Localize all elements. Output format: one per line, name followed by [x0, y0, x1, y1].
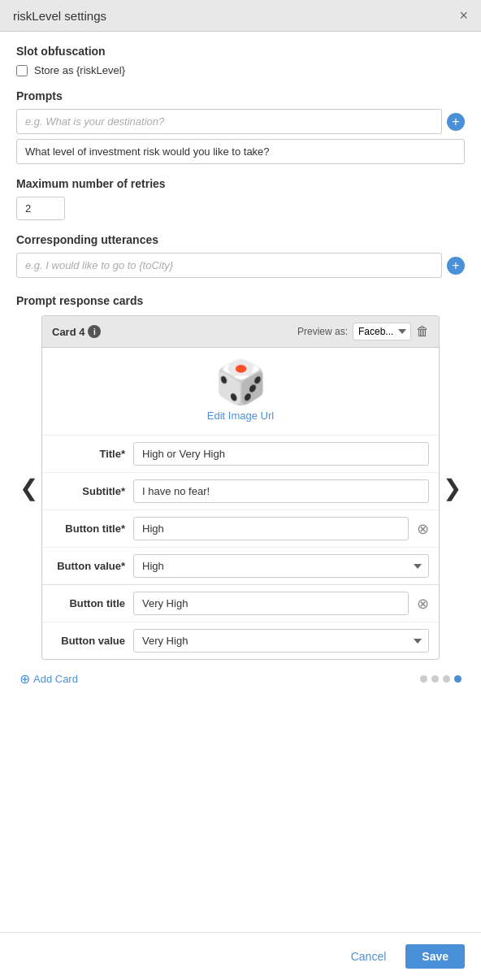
- modal-header: riskLevel settings ×: [0, 0, 481, 32]
- dot-1: [420, 675, 427, 683]
- preview-label: Preview as:: [297, 326, 348, 337]
- card-image-area: 🎲 Edit Image Url: [42, 348, 439, 436]
- card-container: ❮ Card 4 i Preview as: Faceb...: [16, 315, 465, 660]
- button2-value-label: Button value: [52, 635, 125, 647]
- add-card-icon: ⊕: [20, 671, 30, 687]
- prompts-placeholder-row: +: [16, 109, 465, 134]
- slot-obfuscation-label: Slot obfuscation: [16, 45, 465, 58]
- preview-area: Preview as: Faceb... Slack Twilio 🗑: [297, 323, 429, 340]
- store-as-checkbox-row: Store as {riskLevel}: [16, 64, 465, 76]
- card-title-text: Card 4: [52, 326, 84, 338]
- modal-title: riskLevel settings: [13, 9, 106, 23]
- prompts-section: Prompts +: [16, 89, 465, 164]
- card-title-area: Card 4 i: [52, 325, 101, 338]
- utterances-section: Corresponding utterances +: [16, 233, 465, 278]
- utterances-label: Corresponding utterances: [16, 233, 465, 246]
- modal-footer: Cancel Save: [0, 932, 481, 980]
- modal-body: Slot obfuscation Store as {riskLevel} Pr…: [0, 32, 481, 932]
- button1-value-select[interactable]: High Very High Low Medium: [133, 554, 429, 578]
- prompts-label: Prompts: [16, 89, 465, 102]
- cancel-button[interactable]: Cancel: [340, 944, 398, 969]
- title-field-label: Title*: [52, 448, 125, 460]
- response-cards-title: Prompt response cards: [16, 294, 465, 307]
- button1-title-row: Button title* ⊗: [42, 510, 439, 548]
- pagination-dots: [420, 675, 462, 683]
- dot-4-active: [454, 675, 462, 683]
- subtitle-field-label: Subtitle*: [52, 485, 125, 497]
- store-as-label: Store as {riskLevel}: [34, 64, 125, 76]
- response-cards-section: Prompt response cards ❮ Card 4 i Preview…: [16, 294, 465, 687]
- prompts-placeholder-input[interactable]: [16, 109, 442, 134]
- retries-section: Maximum number of retries: [16, 177, 465, 220]
- add-card-row: ⊕ Add Card: [16, 671, 465, 687]
- button1-title-input[interactable]: [133, 517, 409, 540]
- add-card-button[interactable]: ⊕ Add Card: [20, 671, 78, 687]
- next-card-button[interactable]: ❯: [440, 475, 465, 501]
- title-field-input[interactable]: [133, 442, 429, 466]
- card-fields: Title* Subtitle* Button title*: [42, 436, 439, 659]
- prompt-value-input[interactable]: [16, 139, 465, 164]
- save-button[interactable]: Save: [405, 944, 465, 969]
- button2-title-input[interactable]: [133, 592, 409, 615]
- card-delete-button[interactable]: 🗑: [416, 324, 429, 339]
- utterances-add-button[interactable]: +: [447, 257, 465, 275]
- prompt-value-row: [16, 139, 465, 164]
- preview-select[interactable]: Faceb... Slack Twilio: [353, 323, 411, 340]
- dot-2: [431, 675, 439, 683]
- info-icon: i: [88, 325, 101, 338]
- button-group-1: Button title* ⊗ Button value* High Very …: [42, 510, 439, 585]
- card: Card 4 i Preview as: Faceb... Slack Twil…: [41, 315, 440, 660]
- button1-remove-button[interactable]: ⊗: [417, 520, 429, 538]
- button2-title-row: Button title ⊗: [42, 585, 439, 622]
- retries-input[interactable]: [16, 197, 65, 220]
- button2-value-row: Button value High Very High Low Medium: [42, 622, 439, 659]
- button2-remove-button[interactable]: ⊗: [417, 595, 429, 613]
- prompts-add-button[interactable]: +: [447, 113, 465, 131]
- utterances-input-row: +: [16, 253, 465, 278]
- dot-3: [443, 675, 450, 683]
- button2-title-label: Button title: [52, 597, 125, 609]
- button2-value-select[interactable]: High Very High Low Medium: [133, 629, 429, 653]
- card-header: Card 4 i Preview as: Faceb... Slack Twil…: [42, 316, 439, 348]
- button1-value-label: Button value*: [52, 560, 125, 572]
- retries-label: Maximum number of retries: [16, 177, 465, 190]
- utterances-input[interactable]: [16, 253, 442, 278]
- button1-value-row: Button value* High Very High Low Medium: [42, 548, 439, 584]
- title-field-row: Title*: [42, 436, 439, 473]
- modal: riskLevel settings × Slot obfuscation St…: [0, 0, 481, 980]
- subtitle-field-row: Subtitle*: [42, 473, 439, 510]
- close-button[interactable]: ×: [459, 8, 468, 23]
- card-image: 🎲: [214, 361, 267, 403]
- add-card-label: Add Card: [33, 673, 78, 685]
- edit-image-link[interactable]: Edit Image Url: [207, 410, 274, 422]
- store-as-checkbox[interactable]: [16, 65, 28, 76]
- button1-title-label: Button title*: [52, 523, 125, 535]
- prev-card-button[interactable]: ❮: [16, 475, 41, 501]
- subtitle-field-input[interactable]: [133, 479, 429, 503]
- button-group-2: Button title ⊗ Button value High Very Hi…: [42, 585, 439, 659]
